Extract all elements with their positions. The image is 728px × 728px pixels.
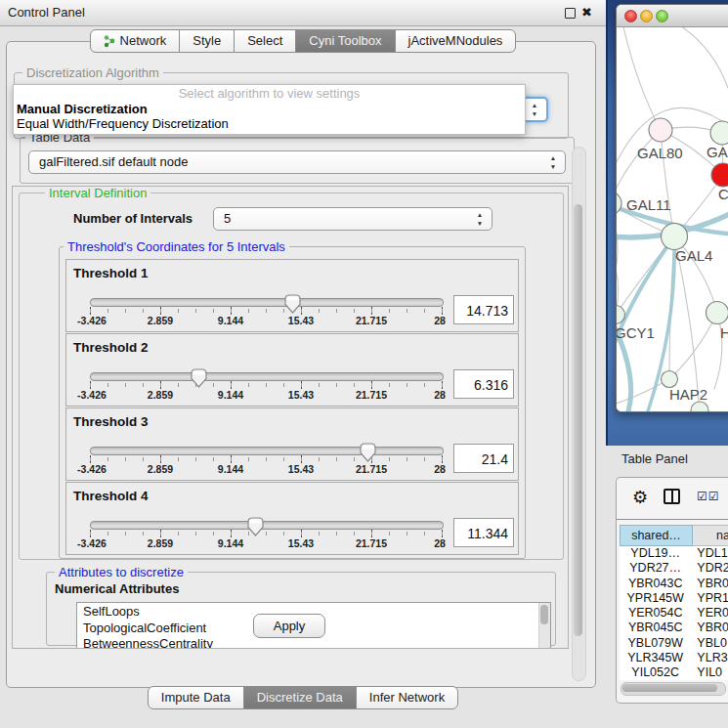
tab-cyni-toolbox[interactable]: Cyni Toolbox — [295, 29, 395, 53]
network-canvas[interactable]: GAL80 GA C GAL11 GAL4 GCY1 H HAP2 — [617, 27, 728, 411]
panel-title: Control Panel — [8, 0, 85, 25]
combo-arrows-icon: ▲▼ — [548, 153, 558, 171]
table-row[interactable]: YIL052CYIL0 — [620, 665, 728, 680]
table-row[interactable]: YBR043CYBR0 — [620, 577, 728, 591]
slider-track[interactable] — [90, 447, 444, 455]
threshold-slider[interactable]: -3.4262.8599.14415.4321.71528 — [90, 442, 443, 479]
node-ga[interactable] — [710, 121, 728, 145]
table-row[interactable]: YBL079WYBL0 — [620, 636, 728, 651]
node-label: GAL4 — [675, 247, 712, 264]
group-title: Interval Definition — [45, 186, 150, 200]
network-view-window[interactable]: GAL80 GA C GAL11 GAL4 GCY1 H HAP2 — [616, 4, 728, 412]
node-hap2[interactable] — [662, 371, 678, 388]
table-data-combobox[interactable]: galFiltered.sif default node ▲▼ — [28, 150, 566, 174]
slider-minor-ticks — [90, 457, 443, 461]
table-row[interactable]: YER054CYER0 — [620, 606, 728, 621]
threshold-panel-1: Threshold 1 -3.4262.8599.14415.4321.7152… — [65, 259, 519, 332]
threshold-value-field[interactable]: 21.4 — [453, 444, 514, 473]
tab-label: Infer Network — [369, 687, 445, 708]
combo-value: galFiltered.sif default node — [39, 151, 188, 173]
table-row[interactable]: YLR345WYLR3 — [620, 651, 728, 665]
list-scrollbar[interactable] — [538, 603, 550, 648]
close-traffic-light-icon[interactable] — [624, 10, 637, 22]
threshold-panel-3: Threshold 3 -3.4262.8599.14415.4321.7152… — [65, 407, 519, 481]
algorithm-dropdown-popup: Select algorithm to view settings Manual… — [13, 84, 526, 135]
tab-impute-data[interactable]: Impute Data — [148, 686, 244, 709]
threshold-slider[interactable]: -3.4262.8599.14415.4321.71528 — [90, 516, 443, 553]
zoom-traffic-light-icon[interactable] — [656, 10, 668, 22]
node-gal4[interactable] — [662, 224, 688, 250]
slider-track[interactable] — [90, 521, 444, 530]
slider-thumb[interactable] — [190, 367, 208, 389]
node-gal80[interactable] — [649, 118, 672, 142]
table-rows: YDL19…YDL1 YDR27…YDR2 YBR043CYBR0 YPR145… — [620, 546, 728, 680]
dropdown-option-equal-width[interactable]: Equal Width/Frequency Discretization — [17, 116, 229, 131]
node-label: HAP2 — [669, 386, 707, 403]
table-row[interactable]: YDL19…YDL1 — [620, 546, 728, 561]
close-icon[interactable]: ✖ — [581, 0, 592, 25]
slider-minor-ticks — [90, 309, 443, 313]
num-intervals-combobox[interactable]: 5 ▲▼ — [213, 207, 492, 231]
columns-icon[interactable] — [664, 489, 680, 504]
threshold-panel-2: Threshold 2 -3.4262.8599.14415.4321.7152… — [65, 333, 519, 407]
table-panel-title: Table Panel — [621, 446, 728, 473]
tab-network[interactable]: Network — [90, 29, 181, 53]
scrollbar-thumb[interactable] — [622, 684, 717, 692]
table-row[interactable]: YPR145WYPR1 — [620, 591, 728, 606]
dropdown-option-manual[interactable]: Manual Discretization — [17, 102, 148, 116]
slider-thumb[interactable] — [246, 516, 265, 537]
slider-track[interactable] — [90, 298, 444, 307]
table-horizontal-scrollbar[interactable] — [621, 682, 726, 696]
threshold-slider[interactable]: -3.4262.8599.14415.4321.71528 — [90, 293, 443, 330]
combo-arrows-icon: ▲▼ — [475, 210, 485, 228]
tab-infer-network[interactable]: Infer Network — [356, 686, 458, 709]
tab-jactivemnodules[interactable]: jActiveMNodules — [395, 29, 517, 53]
tab-label: Cyni Toolbox — [309, 30, 381, 52]
tab-label: Network — [120, 30, 167, 52]
slider-track[interactable] — [90, 372, 444, 381]
column-header-name[interactable]: na — [693, 525, 728, 546]
tab-label: Style — [193, 30, 221, 52]
table-panel: ⚙ ☑☑ shared… na YDL19…YDL1 YDR27…YDR2 YB… — [616, 477, 728, 704]
node-label: C — [718, 186, 728, 202]
node-partial[interactable] — [691, 402, 708, 411]
combo-arrows-icon: ▲▼ — [530, 101, 539, 118]
slider-scale: -3.4262.8599.14415.4321.71528 — [90, 463, 443, 477]
network-icon — [104, 34, 115, 48]
table-toolbar: ⚙ ☑☑ — [617, 478, 728, 520]
threshold-slider[interactable]: -3.4262.8599.14415.4321.71528 — [90, 367, 443, 405]
tab-select[interactable]: Select — [234, 29, 296, 53]
threshold-panel-4: Threshold 4 -3.4262.8599.14415.4321.7152… — [65, 482, 519, 555]
panel-scrollbar[interactable] — [572, 147, 586, 681]
apply-button[interactable]: Apply — [253, 614, 325, 638]
group-title: Discretization Algorithm — [22, 65, 163, 80]
float-window-icon[interactable] — [565, 8, 576, 19]
column-header-shared-name[interactable]: shared… — [620, 525, 693, 546]
tab-label: Select — [247, 30, 282, 52]
tab-label: Impute Data — [161, 687, 231, 708]
tab-style[interactable]: Style — [179, 29, 235, 53]
slider-scale: -3.4262.8599.14415.4321.71528 — [90, 315, 443, 328]
slider-thumb[interactable] — [359, 442, 377, 463]
threshold-value-field[interactable]: 11.344 — [453, 518, 514, 547]
tab-discretize-data[interactable]: Discretize Data — [243, 686, 357, 709]
node-label: GAL11 — [626, 196, 671, 213]
minimize-traffic-light-icon[interactable] — [640, 10, 653, 22]
interval-definition-group: Interval Definition Number of Intervals … — [19, 193, 564, 560]
node-h[interactable] — [707, 302, 728, 324]
scrollbar-thumb[interactable] — [574, 204, 582, 636]
table-row[interactable]: YBR045CYBR0 — [620, 621, 728, 635]
settings-scroll-pane: Interval Definition Number of Intervals … — [12, 186, 569, 649]
slider-scale: -3.4262.8599.14415.4321.71528 — [90, 537, 443, 551]
network-window-titlebar[interactable] — [617, 5, 728, 27]
dropdown-hint: Select algorithm to view settings — [14, 86, 525, 101]
node-label: GA — [707, 144, 728, 160]
threshold-label: Threshold 3 — [73, 414, 149, 429]
table-row[interactable]: YDR27…YDR2 — [620, 561, 728, 576]
select-columns-icon[interactable]: ☑☑ — [697, 490, 720, 503]
threshold-value-field[interactable]: 6.316 — [453, 369, 514, 399]
gear-icon[interactable]: ⚙ — [632, 487, 648, 508]
threshold-label: Threshold 1 — [73, 266, 149, 280]
slider-thumb[interactable] — [283, 293, 302, 315]
threshold-value-field[interactable]: 14.713 — [453, 295, 514, 324]
